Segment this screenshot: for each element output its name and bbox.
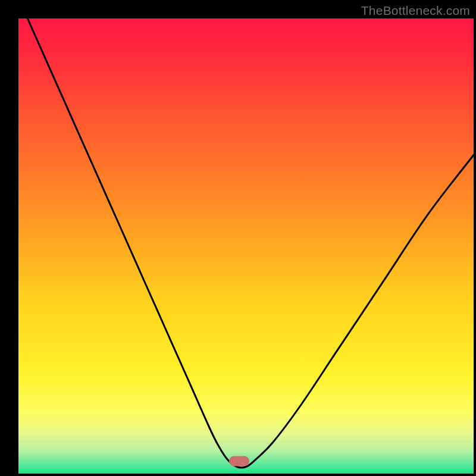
watermark-text: TheBottleneck.com [361,4,470,18]
chart-svg [0,0,476,476]
plot-area [18,18,474,474]
optimal-marker [229,456,249,466]
chart-stage: TheBottleneck.com [0,0,476,476]
